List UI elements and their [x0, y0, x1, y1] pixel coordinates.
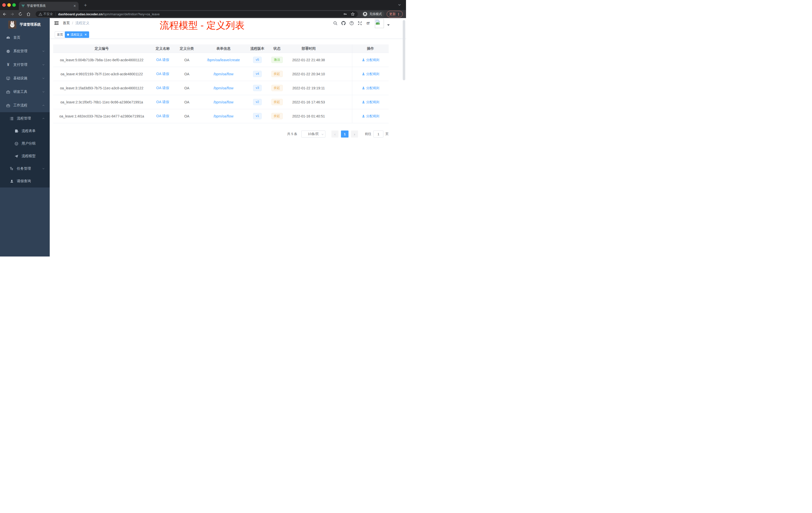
sidebar-collapse-icon[interactable]	[54, 21, 59, 26]
assign-rule-link[interactable]: 分配规则	[362, 58, 379, 62]
incognito-label: 无痕模式	[369, 12, 382, 16]
monitor-icon	[6, 76, 10, 81]
sidebar-item-label: 请假查询	[17, 179, 31, 183]
page-size-value: 10条/页	[308, 132, 319, 136]
tag-active[interactable]: 流程定义 ✕	[65, 31, 89, 38]
form-link[interactable]: /bpm/oa/flow	[213, 100, 233, 104]
chevron-down-icon	[42, 77, 45, 80]
goto-page-input[interactable]	[373, 130, 383, 138]
reload-button[interactable]	[17, 11, 24, 17]
col-header-name: 定义名称	[150, 44, 175, 53]
traffic-zoom-button[interactable]	[12, 3, 16, 7]
sidebar-item-process-mgmt[interactable]: 流程管理	[0, 112, 50, 125]
page-scrollbar[interactable]	[403, 20, 405, 80]
definition-id: oa_leave:2:3c1f0ef1-76b1-11ec-9c66-a2380…	[53, 95, 150, 109]
form-link[interactable]: /bpm/oa/leave/create	[207, 58, 240, 62]
send-icon	[14, 154, 19, 158]
breadcrumb-separator: /	[72, 21, 73, 25]
sidebar-item-leave-query[interactable]: 请假查询	[0, 175, 50, 187]
goto-suffix: 页	[385, 132, 389, 136]
sidebar: 芋道管理系统 首页 系统管理 ¥ 支付管理	[0, 18, 50, 256]
sidebar-item-home[interactable]: 首页	[0, 31, 50, 44]
bookmark-star-icon[interactable]	[351, 12, 355, 16]
broken-image-icon	[376, 20, 380, 25]
goto-prefix: 前往	[365, 132, 371, 136]
home-button[interactable]	[25, 11, 32, 17]
browser-tab[interactable]: 芋道管理系统 ✕	[19, 2, 79, 10]
avatar[interactable]	[375, 19, 384, 28]
forward-button[interactable]	[8, 11, 16, 17]
traffic-close-button[interactable]	[2, 3, 6, 7]
prev-page-button[interactable]: ‹	[331, 130, 339, 138]
new-tab-button[interactable]: ＋	[82, 2, 88, 8]
tab-search-chevron-icon[interactable]	[398, 3, 401, 6]
sidebar-item-label: 流程表单	[22, 129, 36, 133]
page-size-select[interactable]: 10条/页	[301, 130, 325, 138]
assign-rule-label: 分配规则	[366, 72, 379, 76]
search-icon[interactable]	[333, 21, 338, 26]
next-page-button[interactable]: ›	[351, 130, 358, 138]
select-caret-icon	[321, 133, 323, 135]
font-size-icon[interactable]: tT	[366, 21, 371, 26]
sidebar-item-user-group[interactable]: 用户分组	[0, 137, 50, 150]
deploy-time: 2022-01-22 19:19:11	[288, 81, 329, 95]
browser-menu-kebab-icon[interactable]: ⋮	[397, 12, 400, 16]
sidebar-logo[interactable]: 芋道管理系统	[0, 18, 50, 31]
form-link[interactable]: /bpm/oa/flow	[213, 72, 233, 76]
col-header-time: 部署时间	[288, 44, 329, 53]
sidebar-item-process-model[interactable]: 流程模型	[0, 150, 50, 162]
assign-rule-link[interactable]: 分配规则	[362, 72, 379, 76]
help-icon[interactable]	[349, 21, 354, 26]
back-button[interactable]	[0, 11, 8, 17]
sidebar-item-system[interactable]: 系统管理	[0, 44, 50, 58]
definition-name-link[interactable]: OA 请假	[156, 86, 169, 90]
col-header-category: 定义分类	[175, 44, 198, 53]
form-link[interactable]: /bpm/oa/flow	[213, 114, 233, 118]
sidebar-item-devtools[interactable]: 研发工具	[0, 85, 50, 99]
definition-id: oa_leave:3:1fad3d93-7b75-11ec-a3c8-acde4…	[53, 81, 150, 95]
version-badge: v1	[253, 113, 261, 119]
tab-close-icon[interactable]: ✕	[73, 4, 76, 8]
definition-name-link[interactable]: OA 请假	[156, 72, 169, 76]
col-header-form: 表单信息	[198, 44, 249, 53]
fullscreen-icon[interactable]	[357, 21, 362, 26]
sidebar-item-payment[interactable]: ¥ 支付管理	[0, 58, 50, 71]
tag-home[interactable]: 首页	[55, 31, 65, 38]
status-badge: 激活	[271, 57, 283, 63]
sidebar-item-infra[interactable]: 基础设施	[0, 71, 50, 85]
assign-rule-link[interactable]: 分配规则	[362, 100, 379, 104]
definition-name-link[interactable]: OA 请假	[156, 114, 169, 118]
col-header-status: 状态	[266, 44, 288, 53]
user-icon	[362, 115, 365, 118]
form-link[interactable]: /bpm/oa/flow	[213, 86, 233, 90]
definition-name-link[interactable]: OA 请假	[156, 100, 169, 104]
definition-id: oa_leave:5:004b710b-7b8a-11ec-8ef0-acde4…	[53, 53, 150, 67]
current-page-button[interactable]: 1	[341, 130, 348, 138]
browser-toolbar: 不安全 dashboard.yudao.iocoder.cn/bpm/manag…	[0, 10, 406, 18]
url-bar[interactable]: 不安全 dashboard.yudao.iocoder.cn/bpm/manag…	[36, 11, 358, 17]
dashboard-icon	[6, 36, 10, 40]
sidebar-item-task-mgmt[interactable]: 任务管理	[0, 162, 50, 175]
browser-tabstrip: 芋道管理系统 ✕ ＋	[0, 0, 406, 10]
list-icon	[9, 117, 14, 121]
assign-rule-link[interactable]: 分配规则	[362, 114, 379, 118]
main-content: 定义编号 定义名称 定义分类 表单信息 流程版本 状态 部署时间 操作 oa_l…	[50, 39, 406, 256]
avatar-caret-icon[interactable]	[387, 24, 390, 26]
sidebar-item-process-form[interactable]: 流程表单	[0, 125, 50, 137]
sidebar-item-workflow[interactable]: 工作流程	[0, 99, 50, 112]
tag-close-icon[interactable]: ✕	[84, 33, 87, 36]
update-button[interactable]: 更新 ⋮	[387, 11, 403, 17]
sidebar-item-label: 用户分组	[22, 141, 36, 146]
total-count: 共 5 条	[287, 132, 297, 136]
key-icon[interactable]	[343, 12, 347, 16]
definition-name-link[interactable]: OA 请假	[156, 58, 169, 62]
user-icon	[362, 100, 365, 104]
github-icon[interactable]	[341, 21, 346, 26]
sidebar-item-label: 任务管理	[17, 167, 31, 171]
sidebar-item-label: 工作流程	[13, 103, 27, 108]
breadcrumb-home[interactable]: 首页	[63, 21, 70, 25]
version-badge: v2	[253, 99, 261, 105]
definition-category: OA	[175, 95, 198, 109]
assign-rule-link[interactable]: 分配规则	[362, 86, 379, 90]
traffic-minimize-button[interactable]	[7, 3, 11, 7]
